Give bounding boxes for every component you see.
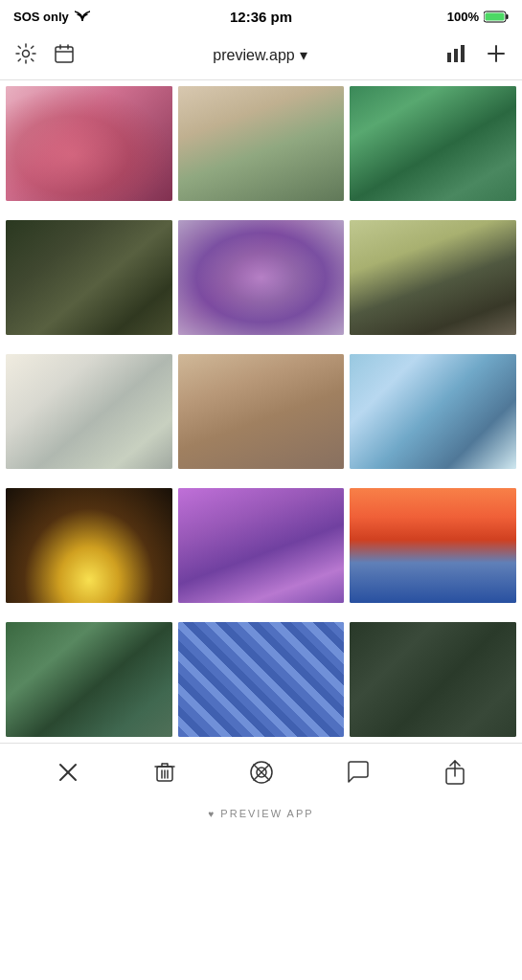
svg-point-3 (23, 50, 30, 56)
grid-cell[interactable] (350, 354, 516, 469)
sos-only-text: SOS only (13, 10, 69, 24)
grid-row-4 (6, 488, 516, 603)
camera-filter-button[interactable] (242, 753, 281, 791)
add-icon[interactable] (486, 43, 507, 68)
photo-grid (0, 86, 522, 737)
grid-row-2 (6, 220, 516, 335)
grid-cell[interactable] (6, 354, 172, 469)
svg-rect-9 (454, 49, 458, 62)
grid-row-1 (6, 86, 516, 201)
status-bar: SOS only 12:36 pm 100% (0, 0, 522, 31)
grid-cell[interactable] (178, 488, 345, 603)
svg-rect-2 (507, 14, 509, 19)
chevron-down-icon: ▾ (300, 46, 307, 64)
battery-icon (484, 11, 509, 23)
app-name: preview.app (213, 47, 294, 64)
grid-cell[interactable] (350, 220, 516, 335)
grid-cell[interactable] (178, 622, 345, 737)
svg-rect-1 (486, 12, 505, 20)
grid-cell[interactable] (350, 622, 516, 737)
settings-icon[interactable] (15, 43, 36, 68)
comment-button[interactable] (339, 753, 377, 791)
trash-button[interactable] (146, 753, 184, 791)
wifi-icon (75, 11, 90, 22)
row-spacer (0, 475, 522, 488)
toolbar-center[interactable]: preview.app ▾ (213, 46, 306, 64)
toolbar-left (15, 43, 75, 68)
row-spacer (0, 609, 522, 622)
grid-row-5 (6, 622, 516, 737)
footer-text: PREVIEW APP (220, 808, 313, 819)
grid-cell[interactable] (178, 86, 345, 201)
toolbar-right (445, 43, 507, 68)
grid-cell[interactable] (6, 488, 172, 603)
row-spacer (0, 207, 522, 220)
footer: ♥ PREVIEW APP (0, 800, 522, 831)
chart-icon[interactable] (445, 43, 466, 68)
status-time: 12:36 pm (230, 9, 292, 25)
close-button[interactable] (49, 753, 87, 791)
battery-text: 100% (447, 10, 479, 24)
calendar-icon[interactable] (54, 43, 75, 68)
grid-cell[interactable] (178, 220, 345, 335)
svg-rect-4 (56, 47, 73, 62)
toolbar: preview.app ▾ (0, 31, 522, 80)
bottom-bar (0, 743, 522, 800)
grid-row-3 (6, 354, 516, 469)
status-right: 100% (447, 10, 509, 24)
svg-rect-8 (447, 53, 451, 62)
row-spacer (0, 341, 522, 354)
grid-cell[interactable] (6, 622, 172, 737)
grid-cell[interactable] (350, 86, 516, 201)
heart-icon: ♥ (208, 809, 216, 819)
svg-rect-10 (461, 45, 465, 62)
share-button[interactable] (436, 753, 474, 791)
status-left: SOS only (13, 10, 90, 24)
grid-cell[interactable] (350, 488, 516, 603)
grid-cell[interactable] (6, 86, 172, 201)
grid-cell[interactable] (178, 354, 345, 469)
grid-cell[interactable] (6, 220, 172, 335)
